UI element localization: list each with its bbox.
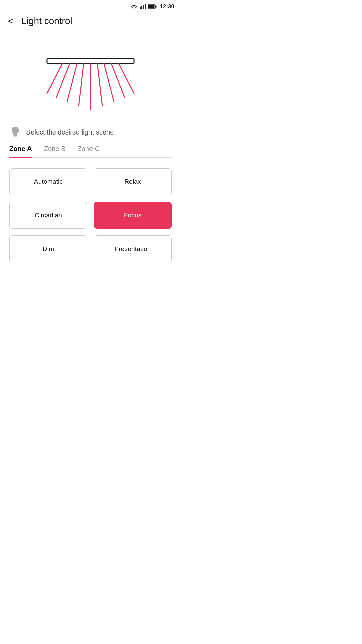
- svg-rect-2: [143, 5, 144, 9]
- scene-btn-presentation[interactable]: Presentation: [94, 235, 172, 262]
- tab-zone-b[interactable]: Zone B: [44, 145, 65, 158]
- status-time: 12:30: [160, 3, 174, 10]
- signal-icon: [140, 4, 146, 9]
- page-title: Light control: [21, 16, 72, 26]
- header: < Light control: [0, 12, 181, 32]
- svg-rect-1: [141, 6, 142, 9]
- scene-btn-focus[interactable]: Focus: [94, 202, 172, 229]
- ceiling-light-svg: [27, 42, 154, 129]
- status-icons: 12:30: [130, 3, 174, 10]
- svg-line-14: [104, 64, 114, 102]
- svg-rect-7: [47, 58, 134, 64]
- svg-line-13: [97, 64, 102, 106]
- svg-line-9: [79, 64, 84, 106]
- zone-tabs: Zone A Zone B Zone C: [9, 145, 172, 158]
- scene-btn-dim[interactable]: Dim: [9, 235, 87, 262]
- scene-section: Select the desired light scene Zone A Zo…: [0, 126, 181, 262]
- scene-btn-circadian[interactable]: Circadian: [9, 202, 87, 229]
- svg-rect-5: [155, 6, 156, 8]
- bulb-icon: [9, 126, 21, 138]
- svg-rect-0: [140, 7, 141, 9]
- scene-btn-automatic[interactable]: Automatic: [9, 168, 87, 195]
- tab-zone-c[interactable]: Zone C: [78, 145, 100, 158]
- svg-line-10: [67, 64, 77, 102]
- svg-rect-6: [148, 5, 154, 8]
- scene-btn-relax[interactable]: Relax: [94, 168, 172, 195]
- wifi-icon: [130, 4, 138, 9]
- svg-rect-3: [145, 4, 146, 9]
- scene-grid: Automatic Relax Circadian Focus Dim Pres…: [9, 168, 172, 262]
- svg-rect-18: [14, 137, 17, 138]
- light-illustration: [0, 32, 181, 126]
- back-button[interactable]: <: [8, 15, 16, 27]
- status-bar: 12:30: [0, 0, 181, 12]
- svg-line-11: [56, 64, 70, 97]
- svg-line-15: [111, 64, 125, 97]
- battery-icon: [148, 4, 157, 9]
- tab-zone-a[interactable]: Zone A: [9, 145, 32, 158]
- svg-rect-17: [13, 135, 17, 136]
